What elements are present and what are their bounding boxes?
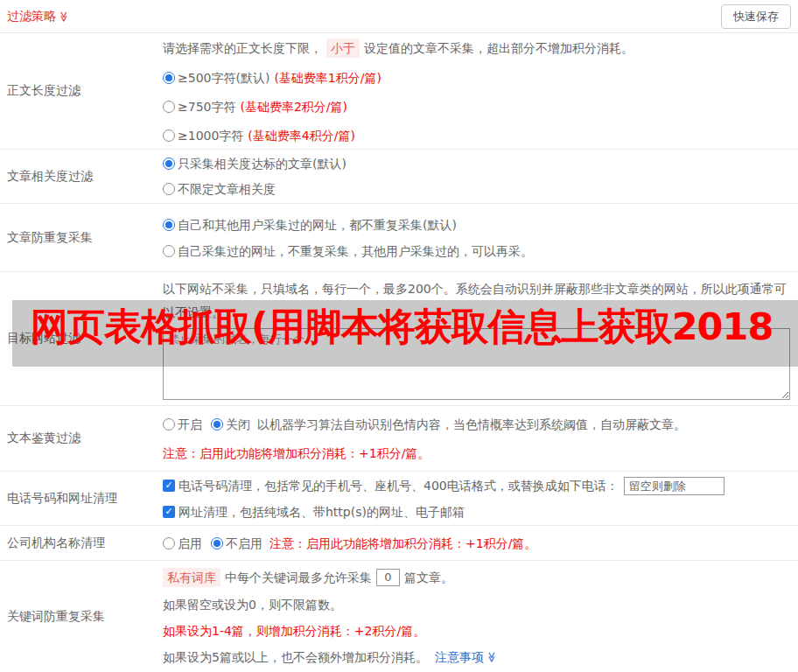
phone-clean-checkbox[interactable]: 电话号码清理，包括常见的手机号、座机号、400电话格式，或替换成如下电话： [163, 477, 619, 494]
section-label: 文章相关度过滤 [0, 150, 163, 203]
url-clean-checkbox[interactable]: 网址清理，包括纯域名、带http(s)的网址、电子邮箱 [163, 503, 798, 521]
content-length-option-1000[interactable]: ≥1000字符 (基础费率4积分/篇) [163, 127, 798, 144]
radio-icon[interactable] [163, 219, 175, 231]
company-clean-note: 注意：启用此功能将增加积分消耗：+1积分/篇。 [270, 535, 536, 552]
section-label: 电话号码和网址清理 [0, 472, 163, 525]
section-porn-filter: 文本鉴黄过滤 开启 关闭 以机器学习算法自动识别色情内容，当色情概率达到系统阈值… [0, 405, 798, 471]
checkbox-checked-icon[interactable] [163, 506, 175, 518]
content-length-option-500[interactable]: ≥500字符(默认) (基础费率1积分/篇) [163, 69, 798, 87]
top-bar: 过滤策略 快速保存 [0, 0, 798, 33]
notice-link[interactable]: 注意事项 [435, 648, 498, 666]
replacement-phone-input[interactable] [624, 477, 724, 495]
page: 过滤策略 快速保存 正文长度过滤 请选择需求的正文长度下限， 小于 设定值的文章… [0, 0, 798, 672]
section-label: 目标网站过滤 [0, 272, 163, 405]
section-label: 正文长度过滤 [0, 33, 163, 149]
radio-icon[interactable] [163, 72, 175, 84]
content-length-intro: 请选择需求的正文长度下限， 小于 设定值的文章不采集，超出部分不增加积分消耗。 [163, 38, 798, 58]
keyword-dedupe-note-zero: 如果留空或设为0，则不限篇数。 [163, 596, 798, 613]
section-label: 关键词防重复采集 [0, 561, 163, 672]
section-target-site: 目标网站过滤 以下网站不采集，只填域名，每行一个，最多200个。系统会自动识别并… [0, 271, 798, 405]
fee-note: (基础费率4积分/篇) [248, 127, 355, 144]
radio-icon[interactable] [163, 158, 175, 170]
company-clean-off-option[interactable]: 不启用 [211, 535, 262, 552]
radio-icon[interactable] [163, 245, 175, 257]
fee-note: (基础费率1积分/篇) [274, 69, 382, 87]
radio-icon[interactable] [163, 130, 175, 142]
relevance-option-any[interactable]: 不限定文章相关度 [163, 180, 798, 198]
section-company-clean: 公司机构名称清理 启用 不启用 注意：启用此功能将增加积分消耗：+1积分/篇。 [0, 525, 798, 560]
relevance-option-strict[interactable]: 只采集相关度达标的文章(默认) [163, 155, 798, 172]
radio-icon[interactable] [211, 537, 223, 550]
section-label: 文本鉴黄过滤 [0, 406, 163, 471]
section-dedupe: 文章防重复采集 自己和其他用户采集过的网址，都不重复采集(默认) 自己采集过的网… [0, 203, 798, 271]
porn-filter-on-option[interactable]: 开启 [163, 416, 202, 433]
page-title-label: 过滤策略 [7, 9, 56, 24]
checkbox-checked-icon[interactable] [163, 480, 175, 492]
radio-icon[interactable] [163, 537, 175, 550]
company-clean-on-option[interactable]: 启用 [163, 535, 202, 552]
section-label: 文章防重复采集 [0, 204, 163, 271]
double-chevron-down-icon [59, 10, 69, 22]
keyword-dedupe-note-five: 如果设为5篇或以上，也不会额外增加积分消耗。 [163, 648, 428, 666]
max-articles-input[interactable] [376, 569, 400, 586]
private-lexicon-highlight: 私有词库 [163, 568, 220, 587]
section-relevance: 文章相关度过滤 只采集相关度达标的文章(默认) 不限定文章相关度 [0, 149, 798, 203]
page-title[interactable]: 过滤策略 [7, 9, 70, 24]
radio-icon[interactable] [163, 183, 175, 195]
porn-filter-off-option[interactable]: 关闭 [211, 416, 250, 433]
dedupe-option-all-users[interactable]: 自己和其他用户采集过的网址，都不重复采集(默认) [163, 216, 798, 234]
quick-save-button[interactable]: 快速保存 [721, 4, 791, 29]
section-phone-url-clean: 电话号码和网址清理 电话号码清理，包括常见的手机号、座机号、400电话格式，或替… [0, 471, 798, 525]
target-site-description: 以下网站不采集，只填域名，每行一个，最多200个。系统会自动识别并屏蔽那些非文章… [163, 277, 790, 325]
filter-settings-form: 正文长度过滤 请选择需求的正文长度下限， 小于 设定值的文章不采集，超出部分不增… [0, 33, 798, 672]
less-than-highlight: 小于 [326, 38, 360, 58]
porn-filter-note: 注意：启用此功能将增加积分消耗：+1积分/篇。 [163, 444, 798, 462]
fee-note: (基础费率2积分/篇) [240, 98, 347, 116]
section-label: 公司机构名称清理 [0, 526, 163, 560]
dedupe-option-self-only[interactable]: 自己采集过的网址，不重复采集，其他用户采集过的，可以再采。 [163, 242, 798, 260]
section-content-length: 正文长度过滤 请选择需求的正文长度下限， 小于 设定值的文章不采集，超出部分不增… [0, 33, 798, 149]
section-keyword-dedupe: 关键词防重复采集 私有词库 中每个关键词最多允许采集 篇文章。 如果留空或设为0… [0, 560, 798, 672]
radio-icon[interactable] [211, 418, 223, 430]
double-chevron-down-icon [486, 651, 497, 662]
radio-icon[interactable] [163, 101, 175, 113]
content-length-option-750[interactable]: ≥750字符 (基础费率2积分/篇) [163, 98, 798, 116]
keyword-dedupe-note-fee: 如果设为1-4篇，则增加积分消耗：+2积分/篇。 [163, 622, 798, 640]
blocked-domains-textarea[interactable] [163, 328, 790, 400]
porn-filter-description: 以机器学习算法自动识别色情内容，当色情概率达到系统阈值，自动屏蔽文章。 [257, 416, 686, 433]
radio-icon[interactable] [163, 418, 175, 430]
